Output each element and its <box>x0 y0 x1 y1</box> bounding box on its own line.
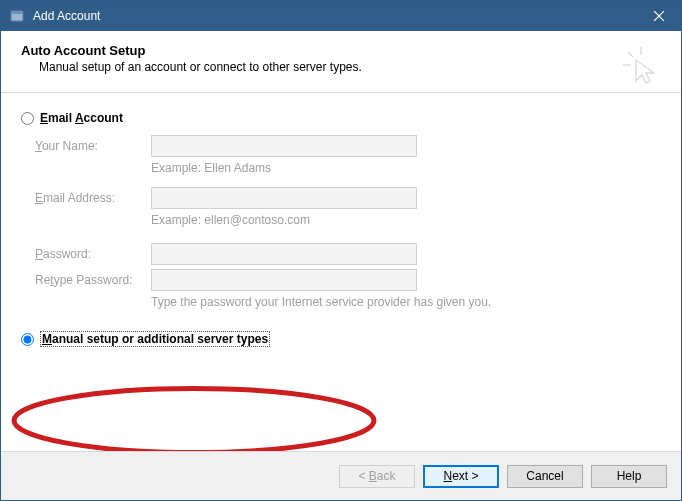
back-button: < Back <box>339 465 415 488</box>
radio-manual-setup[interactable] <box>21 333 34 346</box>
retype-password-label: Retype Password: <box>35 273 151 287</box>
password-input <box>151 243 417 265</box>
annotation-ellipse <box>9 383 379 451</box>
svg-point-7 <box>14 389 374 452</box>
email-input <box>151 187 417 209</box>
radio-email-account[interactable] <box>21 112 34 125</box>
wizard-body: Email Account Your Name: Example: Ellen … <box>1 93 681 451</box>
wizard-header: Auto Account Setup Manual setup of an ac… <box>1 31 681 93</box>
svg-line-6 <box>628 52 633 57</box>
radio-manual-setup-label[interactable]: Manual setup or additional server types <box>40 331 270 347</box>
header-title: Auto Account Setup <box>21 43 661 58</box>
your-name-label: Your Name: <box>35 139 151 153</box>
titlebar: Add Account <box>1 1 681 31</box>
close-button[interactable] <box>636 1 681 31</box>
password-label: Password: <box>35 247 151 261</box>
your-name-input <box>151 135 417 157</box>
radio-email-account-row: Email Account <box>21 111 661 125</box>
wizard-button-bar: < Back Next > Cancel Help <box>1 451 681 500</box>
help-button[interactable]: Help <box>591 465 667 488</box>
cancel-button[interactable]: Cancel <box>507 465 583 488</box>
header-subtitle: Manual setup of an account or connect to… <box>21 60 661 74</box>
radio-email-account-label[interactable]: Email Account <box>40 111 123 125</box>
password-hint: Type the password your Internet service … <box>35 295 661 309</box>
cursor-icon <box>621 45 661 85</box>
radio-manual-setup-row: Manual setup or additional server types <box>21 331 661 347</box>
email-account-form: Your Name: Example: Ellen Adams Email Ad… <box>35 133 661 309</box>
window-title: Add Account <box>33 9 636 23</box>
app-icon <box>9 8 25 24</box>
next-button[interactable]: Next > <box>423 465 499 488</box>
email-hint: Example: ellen@contoso.com <box>35 213 661 227</box>
email-label: Email Address: <box>35 191 151 205</box>
add-account-dialog: Add Account Auto Account Setup Manual se… <box>0 0 682 501</box>
retype-password-input <box>151 269 417 291</box>
your-name-hint: Example: Ellen Adams <box>35 161 661 175</box>
svg-rect-1 <box>11 11 23 14</box>
